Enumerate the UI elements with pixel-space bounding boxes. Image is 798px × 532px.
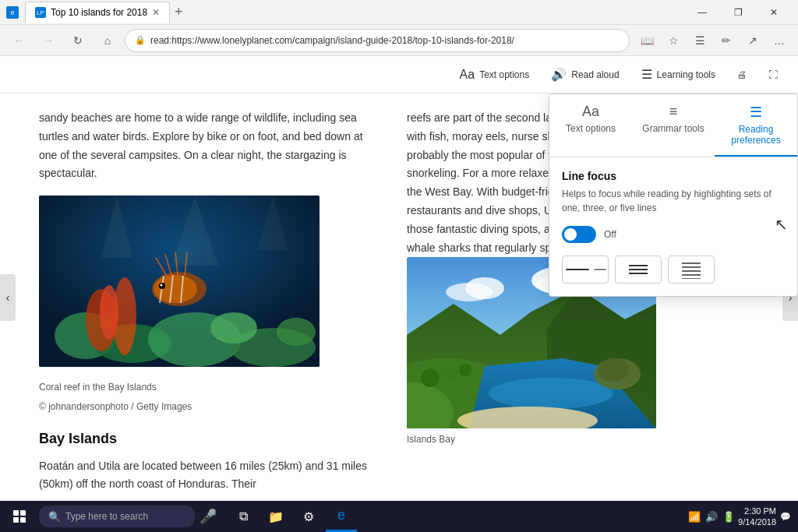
toggle-knob <box>564 228 577 241</box>
lock-icon: 🔒 <box>135 35 146 45</box>
left-column: sandy beaches are home to a wide range o… <box>23 93 399 501</box>
title-bar: e LP Top 10 islands for 2018 ✕ + — ❐ ✕ <box>0 0 798 25</box>
svg-point-37 <box>421 368 440 387</box>
reading-preferences-tab-icon: ☰ <box>750 104 762 121</box>
taskbar: 🔍 Type here to search 🎤 ⧉ 📁 ⚙ e 📶 🔊 🔋 2:… <box>0 501 798 532</box>
clock-time: 2:30 PM <box>738 506 776 516</box>
share-icon[interactable]: ↗ <box>740 28 765 53</box>
popup-tab-grammar-tools[interactable]: ≡ Grammar tools <box>632 94 715 157</box>
section-title: Bay Islands <box>39 427 376 451</box>
prev-page-button[interactable]: ‹ <box>0 274 16 321</box>
line-option-single[interactable] <box>562 255 609 284</box>
read-aloud-label: Read aloud <box>571 69 619 80</box>
left-paragraph-1: sandy beaches are home to a wide range o… <box>39 109 376 183</box>
text-options-label: Text options <box>479 69 529 80</box>
start-button[interactable] <box>0 501 39 532</box>
minimize-button[interactable]: — <box>684 0 720 25</box>
restore-button[interactable]: ❐ <box>720 0 756 25</box>
tab-close-button[interactable]: ✕ <box>152 7 160 18</box>
nav-icons-right: 📖 ☆ ☰ ✏ ↗ … <box>634 28 792 53</box>
coral-caption-1: Coral reef in the Bay Islands <box>39 379 376 395</box>
search-icon: 🔍 <box>48 511 61 523</box>
line-option-triple[interactable] <box>615 255 662 284</box>
toggle-row: Off <box>562 226 785 243</box>
svg-point-41 <box>598 358 629 382</box>
battery-icon[interactable]: 🔋 <box>722 511 735 523</box>
tab-title: Top 10 islands for 2018 <box>51 7 147 18</box>
svg-point-29 <box>465 277 504 299</box>
popup-tab-reading-label: Reading preferences <box>721 124 791 146</box>
svg-point-19 <box>210 312 257 344</box>
popup-tab-grammar-label: Grammar tools <box>642 123 704 134</box>
line-focus-title: Line focus <box>562 170 785 182</box>
main-content: ‹ sandy beaches are home to a wide range… <box>0 93 798 501</box>
reading-mode-icon[interactable]: 📖 <box>634 28 659 53</box>
notification-button[interactable]: 💬 <box>779 510 792 523</box>
address-bar[interactable]: 🔒 read:https://www.lonelyplanet.com/camp… <box>125 29 630 52</box>
line-focus-description: Helps to focus while reading by highligh… <box>562 187 785 215</box>
window-controls: — ❐ ✕ <box>684 0 792 25</box>
text-options-icon: Aa <box>460 68 475 82</box>
clock-date: 9/14/2018 <box>738 516 776 527</box>
coral-caption-2: © johnandersonphoto / Getty Images <box>39 399 376 414</box>
left-paragraph-2: Roatán and Utila are located between 16 … <box>39 457 376 495</box>
back-button[interactable]: ← <box>6 28 31 53</box>
islands-bay-caption: Islands Bay <box>407 432 759 447</box>
refresh-button[interactable]: ↻ <box>65 28 90 53</box>
line-option-five[interactable] <box>668 255 715 284</box>
taskbar-app-icons: ⧉ 📁 ⚙ e <box>228 501 357 532</box>
learning-tools-label: Learning tools <box>657 69 715 80</box>
svg-point-18 <box>161 284 163 287</box>
hub-icon[interactable]: ☰ <box>687 28 712 53</box>
file-explorer-icon[interactable]: 📁 <box>260 501 291 532</box>
svg-point-20 <box>277 318 316 346</box>
home-button[interactable]: ⌂ <box>95 28 120 53</box>
edge-browser-icon[interactable]: e <box>326 501 357 532</box>
favorite-icon[interactable]: ☆ <box>661 28 686 53</box>
popup-content: Line focus Helps to focus while reading … <box>549 157 797 296</box>
taskbar-clock[interactable]: 2:30 PM 9/14/2018 <box>738 506 776 528</box>
network-icon[interactable]: 📶 <box>688 511 701 523</box>
windows-icon <box>13 510 26 523</box>
browser-icon: e <box>6 6 19 19</box>
line-focus-toggle[interactable] <box>562 226 596 243</box>
read-aloud-button[interactable]: 🔊 Read aloud <box>543 62 627 86</box>
popup-tab-text-options[interactable]: Aa Text options <box>549 94 632 157</box>
popup-tab-text-options-label: Text options <box>566 123 616 134</box>
print-icon: 🖨 <box>737 69 747 80</box>
toggle-label: Off <box>604 229 616 240</box>
task-view-button[interactable]: ⧉ <box>228 501 259 532</box>
coral-reef-image <box>39 196 320 367</box>
forward-button[interactable]: → <box>36 28 61 53</box>
svg-point-35 <box>489 378 613 409</box>
reader-toolbar: Aa Text options 🔊 Read aloud ☰ Learning … <box>0 56 798 93</box>
line-options <box>562 255 785 284</box>
grammar-tools-tab-icon: ≡ <box>669 104 678 120</box>
read-aloud-icon: 🔊 <box>551 67 567 82</box>
print-button[interactable]: 🖨 <box>729 65 754 85</box>
more-icon[interactable]: … <box>767 28 792 53</box>
search-placeholder: Type here to search <box>65 511 148 522</box>
expand-icon: ⛶ <box>768 69 778 80</box>
microphone-icon[interactable]: 🎤 <box>195 508 221 525</box>
svg-point-38 <box>442 365 457 380</box>
text-options-button[interactable]: Aa Text options <box>452 63 538 86</box>
nav-bar: ← → ↻ ⌂ 🔒 read:https://www.lonelyplanet.… <box>0 25 798 56</box>
settings-icon[interactable]: ⚙ <box>293 501 324 532</box>
taskbar-right: 📶 🔊 🔋 2:30 PM 9/14/2018 💬 <box>688 506 798 528</box>
popup-tabs: Aa Text options ≡ Grammar tools ☰ Readin… <box>549 94 797 157</box>
svg-point-39 <box>459 364 471 376</box>
volume-icon[interactable]: 🔊 <box>705 511 718 523</box>
expand-button[interactable]: ⛶ <box>761 65 786 85</box>
tab-bar: LP Top 10 islands for 2018 ✕ + <box>25 2 678 23</box>
reading-preferences-popup: Aa Text options ≡ Grammar tools ☰ Readin… <box>549 93 798 297</box>
new-tab-button[interactable]: + <box>170 4 188 20</box>
feedback-icon[interactable]: ✏ <box>714 28 739 53</box>
title-bar-left: e <box>6 6 19 19</box>
close-button[interactable]: ✕ <box>756 0 792 25</box>
taskbar-search[interactable]: 🔍 Type here to search <box>39 506 195 527</box>
popup-tab-reading-preferences[interactable]: ☰ Reading preferences <box>715 94 797 157</box>
learning-tools-button[interactable]: ☰ Learning tools <box>634 62 723 86</box>
active-tab[interactable]: LP Top 10 islands for 2018 ✕ <box>25 2 170 23</box>
single-line-icon <box>563 266 592 273</box>
